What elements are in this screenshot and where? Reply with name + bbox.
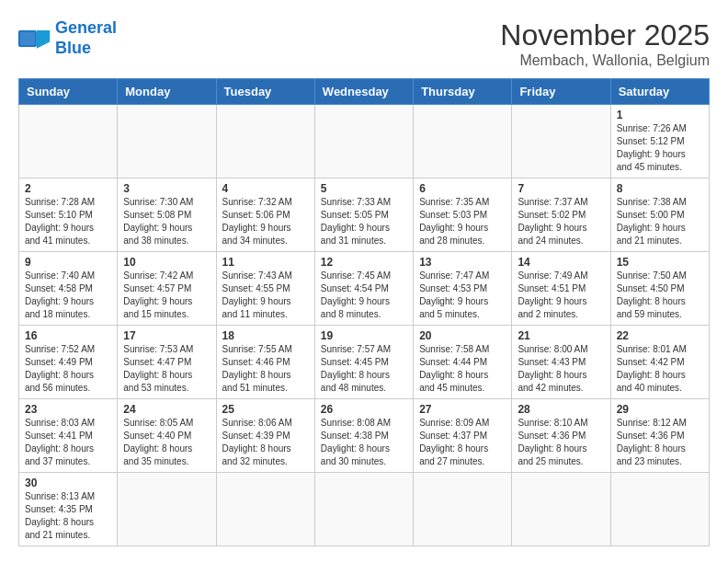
calendar-cell: 28Sunrise: 8:10 AM Sunset: 4:36 PM Dayli…	[512, 399, 610, 473]
calendar-cell: 22Sunrise: 8:01 AM Sunset: 4:42 PM Dayli…	[610, 326, 709, 399]
date-number: 9	[25, 256, 111, 269]
cell-content: Sunrise: 7:30 AM Sunset: 5:08 PM Dayligh…	[123, 196, 210, 247]
cell-content: Sunrise: 7:55 AM Sunset: 4:46 PM Dayligh…	[222, 343, 309, 395]
cell-content: Sunrise: 8:05 AM Sunset: 4:40 PM Dayligh…	[123, 417, 210, 468]
date-number: 21	[518, 329, 604, 342]
calendar-cell: 25Sunrise: 8:06 AM Sunset: 4:39 PM Dayli…	[216, 399, 314, 473]
svg-marker-1	[37, 30, 50, 49]
date-number: 22	[617, 329, 703, 342]
calendar-cell	[314, 473, 413, 546]
weekday-header-friday: Friday	[512, 79, 610, 105]
date-number: 14	[518, 256, 604, 269]
logo: General Blue	[18, 18, 117, 58]
cell-content: Sunrise: 8:01 AM Sunset: 4:42 PM Dayligh…	[617, 343, 703, 395]
logo-text: General Blue	[55, 18, 117, 58]
calendar-cell: 5Sunrise: 7:33 AM Sunset: 5:05 PM Daylig…	[314, 178, 413, 252]
date-number: 30	[25, 477, 111, 489]
cell-content: Sunrise: 7:52 AM Sunset: 4:49 PM Dayligh…	[25, 343, 111, 395]
date-number: 24	[123, 403, 210, 416]
logo-blue: Blue	[55, 39, 91, 57]
calendar-cell: 13Sunrise: 7:47 AM Sunset: 4:53 PM Dayli…	[414, 252, 512, 326]
date-number: 29	[617, 403, 703, 416]
cell-content: Sunrise: 7:38 AM Sunset: 5:00 PM Dayligh…	[617, 196, 703, 247]
weekday-header-sunday: Sunday	[19, 79, 118, 105]
cell-content: Sunrise: 7:58 AM Sunset: 4:44 PM Dayligh…	[419, 343, 506, 395]
calendar-cell	[216, 105, 314, 178]
date-number: 16	[25, 329, 111, 342]
calendar-cell: 8Sunrise: 7:38 AM Sunset: 5:00 PM Daylig…	[610, 178, 709, 252]
calendar-cell: 11Sunrise: 7:43 AM Sunset: 4:55 PM Dayli…	[216, 252, 314, 326]
week-row-5: 30Sunrise: 8:13 AM Sunset: 4:35 PM Dayli…	[19, 473, 710, 546]
date-number: 2	[25, 182, 111, 195]
calendar-cell: 19Sunrise: 7:57 AM Sunset: 4:45 PM Dayli…	[314, 326, 413, 399]
logo-icon	[18, 25, 51, 52]
calendar-cell: 14Sunrise: 7:49 AM Sunset: 4:51 PM Dayli…	[512, 252, 610, 326]
calendar-cell	[512, 473, 610, 546]
date-number: 28	[518, 403, 604, 416]
calendar-cell: 10Sunrise: 7:42 AM Sunset: 4:57 PM Dayli…	[118, 252, 216, 326]
cell-content: Sunrise: 7:26 AM Sunset: 5:12 PM Dayligh…	[617, 122, 703, 174]
calendar-cell	[19, 105, 118, 178]
calendar-cell	[314, 105, 413, 178]
date-number: 12	[321, 256, 407, 269]
cell-content: Sunrise: 8:10 AM Sunset: 4:36 PM Dayligh…	[518, 417, 604, 468]
weekday-header-monday: Monday	[118, 79, 216, 105]
cell-content: Sunrise: 8:00 AM Sunset: 4:43 PM Dayligh…	[518, 343, 604, 395]
weekday-header-thursday: Thursday	[414, 79, 512, 105]
weekday-header-row: SundayMondayTuesdayWednesdayThursdayFrid…	[19, 79, 710, 105]
week-row-2: 9Sunrise: 7:40 AM Sunset: 4:58 PM Daylig…	[19, 252, 710, 326]
cell-content: Sunrise: 7:53 AM Sunset: 4:47 PM Dayligh…	[123, 343, 210, 395]
cell-content: Sunrise: 8:03 AM Sunset: 4:41 PM Dayligh…	[25, 417, 111, 468]
cell-content: Sunrise: 7:49 AM Sunset: 4:51 PM Dayligh…	[518, 270, 604, 321]
calendar-cell	[414, 105, 512, 178]
calendar-cell: 12Sunrise: 7:45 AM Sunset: 4:54 PM Dayli…	[314, 252, 413, 326]
calendar-cell: 7Sunrise: 7:37 AM Sunset: 5:02 PM Daylig…	[512, 178, 610, 252]
cell-content: Sunrise: 7:42 AM Sunset: 4:57 PM Dayligh…	[123, 270, 210, 321]
weekday-header-saturday: Saturday	[610, 79, 709, 105]
cell-content: Sunrise: 8:06 AM Sunset: 4:39 PM Dayligh…	[222, 417, 309, 468]
date-number: 3	[123, 182, 210, 195]
svg-rect-2	[20, 31, 35, 44]
title-area: November 2025 Membach, Wallonia, Belgium	[500, 18, 710, 69]
calendar-cell: 29Sunrise: 8:12 AM Sunset: 4:36 PM Dayli…	[610, 399, 709, 473]
week-row-3: 16Sunrise: 7:52 AM Sunset: 4:49 PM Dayli…	[19, 326, 710, 399]
calendar-cell	[216, 473, 314, 546]
calendar-cell	[610, 473, 709, 546]
calendar: SundayMondayTuesdayWednesdayThursdayFrid…	[18, 78, 710, 546]
date-number: 25	[222, 403, 309, 416]
logo-general: General	[55, 18, 117, 37]
date-number: 8	[617, 182, 703, 195]
cell-content: Sunrise: 7:32 AM Sunset: 5:06 PM Dayligh…	[222, 196, 309, 247]
calendar-cell: 17Sunrise: 7:53 AM Sunset: 4:47 PM Dayli…	[118, 326, 216, 399]
calendar-cell	[118, 105, 216, 178]
cell-content: Sunrise: 7:47 AM Sunset: 4:53 PM Dayligh…	[419, 270, 506, 321]
cell-content: Sunrise: 7:28 AM Sunset: 5:10 PM Dayligh…	[25, 196, 111, 247]
week-row-4: 23Sunrise: 8:03 AM Sunset: 4:41 PM Dayli…	[19, 399, 710, 473]
date-number: 26	[321, 403, 407, 416]
calendar-cell: 30Sunrise: 8:13 AM Sunset: 4:35 PM Dayli…	[19, 473, 118, 546]
cell-content: Sunrise: 8:12 AM Sunset: 4:36 PM Dayligh…	[617, 417, 703, 468]
calendar-cell: 16Sunrise: 7:52 AM Sunset: 4:49 PM Dayli…	[19, 326, 118, 399]
date-number: 5	[321, 182, 407, 195]
cell-content: Sunrise: 7:43 AM Sunset: 4:55 PM Dayligh…	[222, 270, 309, 321]
date-number: 10	[123, 256, 210, 269]
date-number: 19	[321, 329, 407, 342]
cell-content: Sunrise: 7:33 AM Sunset: 5:05 PM Dayligh…	[321, 196, 407, 247]
calendar-cell: 21Sunrise: 8:00 AM Sunset: 4:43 PM Dayli…	[512, 326, 610, 399]
week-row-0: 1Sunrise: 7:26 AM Sunset: 5:12 PM Daylig…	[19, 105, 710, 178]
cell-content: Sunrise: 7:35 AM Sunset: 5:03 PM Dayligh…	[419, 196, 506, 247]
calendar-cell: 9Sunrise: 7:40 AM Sunset: 4:58 PM Daylig…	[19, 252, 118, 326]
date-number: 20	[419, 329, 506, 342]
calendar-cell: 27Sunrise: 8:09 AM Sunset: 4:37 PM Dayli…	[414, 399, 512, 473]
cell-content: Sunrise: 7:50 AM Sunset: 4:50 PM Dayligh…	[617, 270, 703, 321]
calendar-cell: 18Sunrise: 7:55 AM Sunset: 4:46 PM Dayli…	[216, 326, 314, 399]
date-number: 27	[419, 403, 506, 416]
week-row-1: 2Sunrise: 7:28 AM Sunset: 5:10 PM Daylig…	[19, 178, 710, 252]
cell-content: Sunrise: 7:57 AM Sunset: 4:45 PM Dayligh…	[321, 343, 407, 395]
cell-content: Sunrise: 8:09 AM Sunset: 4:37 PM Dayligh…	[419, 417, 506, 468]
date-number: 11	[222, 256, 309, 269]
calendar-cell	[118, 473, 216, 546]
calendar-cell: 15Sunrise: 7:50 AM Sunset: 4:50 PM Dayli…	[610, 252, 709, 326]
cell-content: Sunrise: 8:13 AM Sunset: 4:35 PM Dayligh…	[25, 490, 111, 542]
date-number: 23	[25, 403, 111, 416]
